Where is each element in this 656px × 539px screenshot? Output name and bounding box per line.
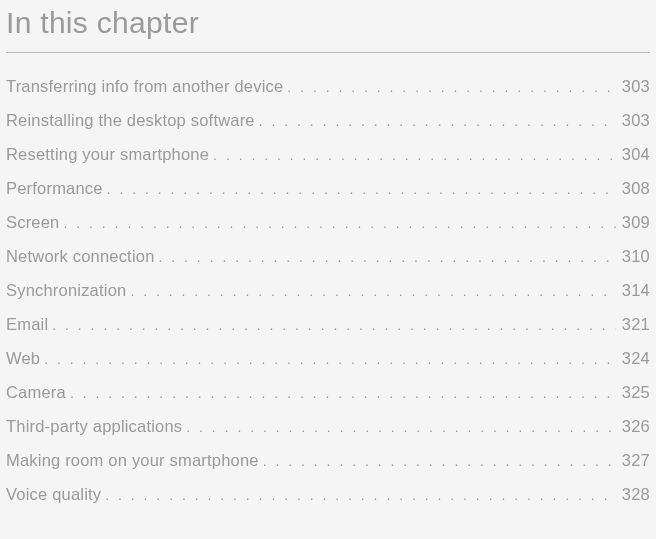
toc-entry-label: Making room on your smartphone: [6, 451, 259, 470]
toc-entry-label: Performance: [6, 179, 103, 198]
toc-entry-label: Reinstalling the desktop software: [6, 111, 255, 130]
toc-leader: . . . . . . . . . . . . . . . . . . . . …: [255, 113, 616, 129]
toc-leader: . . . . . . . . . . . . . . . . . . . . …: [59, 215, 615, 231]
toc-leader: . . . . . . . . . . . . . . . . . . . . …: [66, 385, 616, 401]
toc-entry-page: 326: [616, 417, 650, 436]
toc-entry[interactable]: Performance . . . . . . . . . . . . . . …: [6, 179, 650, 198]
title-divider: [6, 52, 650, 53]
toc-entry[interactable]: Camera . . . . . . . . . . . . . . . . .…: [6, 383, 650, 402]
toc-entry[interactable]: Resetting your smartphone . . . . . . . …: [6, 145, 650, 164]
toc-entry[interactable]: Making room on your smartphone . . . . .…: [6, 451, 650, 470]
chapter-title: In this chapter: [0, 0, 656, 52]
toc-entry-page: 325: [616, 383, 650, 402]
toc-entry-page: 303: [616, 111, 650, 130]
toc-leader: . . . . . . . . . . . . . . . . . . . . …: [209, 147, 616, 163]
toc-entry-label: Network connection: [6, 247, 155, 266]
toc-leader: . . . . . . . . . . . . . . . . . . . . …: [103, 181, 616, 197]
toc-leader: . . . . . . . . . . . . . . . . . . . . …: [101, 487, 616, 503]
toc-entry-label: Web: [6, 349, 40, 368]
toc-leader: . . . . . . . . . . . . . . . . . . . . …: [48, 317, 616, 333]
toc-entry-page: 321: [616, 315, 650, 334]
toc-entry[interactable]: Web . . . . . . . . . . . . . . . . . . …: [6, 349, 650, 368]
toc-entry-page: 303: [616, 77, 650, 96]
toc-leader: . . . . . . . . . . . . . . . . . . . . …: [155, 249, 616, 265]
toc-entry-page: 324: [616, 349, 650, 368]
toc-entry[interactable]: Screen . . . . . . . . . . . . . . . . .…: [6, 213, 650, 232]
toc-leader: . . . . . . . . . . . . . . . . . . . . …: [259, 453, 616, 469]
toc-entry-page: 327: [616, 451, 650, 470]
toc-entry[interactable]: Third-party applications . . . . . . . .…: [6, 417, 650, 436]
toc-entry-page: 310: [616, 247, 650, 266]
toc-leader: . . . . . . . . . . . . . . . . . . . . …: [182, 419, 616, 435]
toc-entry-label: Screen: [6, 213, 59, 232]
toc-leader: . . . . . . . . . . . . . . . . . . . . …: [126, 283, 615, 299]
toc-entry-page: 309: [616, 213, 650, 232]
table-of-contents: Transferring info from another device . …: [0, 77, 656, 504]
toc-leader: . . . . . . . . . . . . . . . . . . . . …: [40, 351, 616, 367]
toc-leader: . . . . . . . . . . . . . . . . . . . . …: [283, 79, 616, 95]
toc-entry-label: Transferring info from another device: [6, 77, 283, 96]
toc-entry[interactable]: Reinstalling the desktop software . . . …: [6, 111, 650, 130]
toc-entry[interactable]: Voice quality . . . . . . . . . . . . . …: [6, 485, 650, 504]
toc-entry-label: Resetting your smartphone: [6, 145, 209, 164]
toc-entry-label: Email: [6, 315, 48, 334]
toc-entry[interactable]: Transferring info from another device . …: [6, 77, 650, 96]
toc-entry[interactable]: Synchronization . . . . . . . . . . . . …: [6, 281, 650, 300]
toc-entry-page: 304: [616, 145, 650, 164]
toc-entry-page: 328: [616, 485, 650, 504]
toc-entry-label: Third-party applications: [6, 417, 182, 436]
toc-entry-page: 314: [616, 281, 650, 300]
toc-entry[interactable]: Email . . . . . . . . . . . . . . . . . …: [6, 315, 650, 334]
toc-entry-label: Synchronization: [6, 281, 126, 300]
toc-entry-label: Voice quality: [6, 485, 101, 504]
toc-entry-page: 308: [616, 179, 650, 198]
toc-entry[interactable]: Network connection . . . . . . . . . . .…: [6, 247, 650, 266]
toc-entry-label: Camera: [6, 383, 66, 402]
